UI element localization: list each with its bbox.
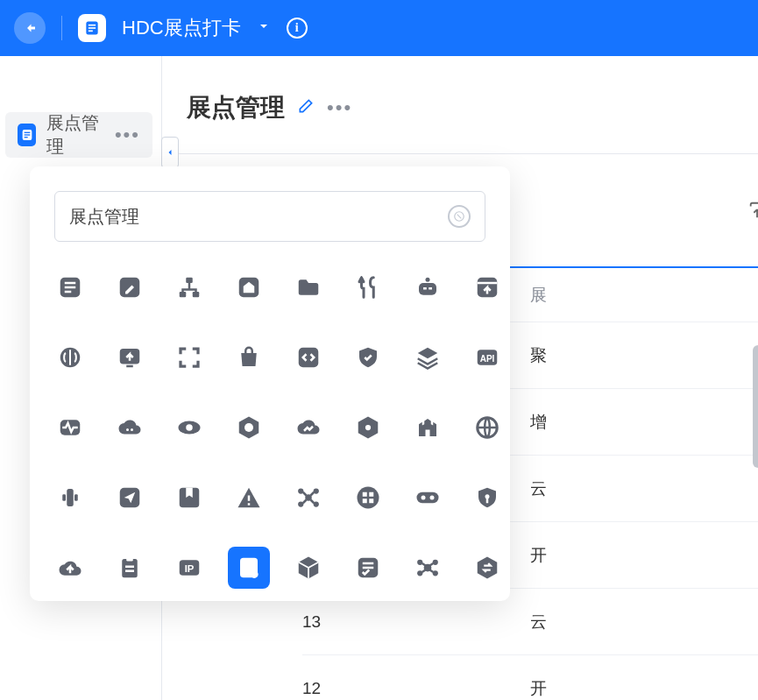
icon-option-ip[interactable]	[174, 552, 205, 583]
sidebar-item-more[interactable]: •••	[115, 131, 140, 139]
ip-icon	[176, 555, 202, 581]
app-logo	[78, 14, 106, 42]
folder-icon	[295, 274, 322, 301]
list-card-icon	[57, 274, 83, 301]
icon-option-brain[interactable]	[54, 342, 86, 373]
icon-option-hex-eye[interactable]	[352, 412, 384, 443]
edit-icon	[297, 97, 315, 115]
icon-option-cube[interactable]	[293, 552, 324, 583]
icon-option-usb[interactable]	[54, 482, 86, 513]
document-icon	[18, 124, 36, 146]
icon-option-layers[interactable]	[412, 342, 443, 373]
chevron-left-icon	[165, 147, 175, 158]
icon-option-cloud-bot[interactable]	[114, 412, 145, 443]
clear-search-button[interactable]	[448, 205, 471, 228]
hex-mask-icon	[236, 414, 262, 441]
sitemap-icon	[176, 274, 202, 301]
icon-grid	[54, 272, 485, 583]
icon-option-heartbeat[interactable]	[54, 412, 86, 443]
sidebar-item-exhibit-manage[interactable]: 展点管理 •••	[5, 112, 152, 158]
castle-icon	[414, 414, 441, 441]
svg-rect-6	[24, 134, 30, 135]
arrow-left-icon	[22, 20, 38, 36]
icon-option-molecule[interactable]	[412, 552, 443, 583]
icon-option-vr[interactable]	[412, 482, 443, 513]
cloud-up-icon	[57, 555, 83, 581]
icon-option-share-nodes[interactable]	[293, 482, 324, 513]
info-icon: i	[295, 21, 299, 35]
caret-down-icon	[257, 19, 271, 33]
shopping-bag-icon	[236, 344, 262, 371]
page-more-button[interactable]: •••	[327, 103, 352, 112]
info-button[interactable]: i	[287, 18, 308, 39]
icon-option-edit-square[interactable]	[114, 272, 145, 303]
clipboard-icon	[117, 555, 143, 581]
app-header: HDC展点打卡 i	[0, 0, 758, 56]
shield-check-icon	[355, 344, 381, 371]
cell-name: 聚	[530, 344, 758, 367]
upload-icon	[747, 201, 758, 220]
display-up-icon	[117, 344, 143, 371]
warning-icon	[236, 484, 262, 511]
icon-option-display-up[interactable]	[114, 342, 145, 373]
cell-seq: 13	[302, 612, 530, 632]
table-row[interactable]: 12开	[302, 655, 758, 700]
swap-icon	[474, 555, 500, 581]
icon-search-input[interactable]	[69, 207, 439, 227]
sidebar-item-label: 展点管理	[46, 111, 104, 159]
icon-option-home[interactable]	[233, 272, 265, 303]
icon-option-castle[interactable]	[412, 412, 443, 443]
svg-rect-3	[89, 31, 93, 32]
svg-rect-5	[24, 132, 30, 133]
back-button[interactable]	[14, 12, 46, 44]
app-switcher[interactable]	[257, 19, 271, 37]
heartbeat-icon	[57, 414, 83, 441]
vr-icon	[414, 484, 441, 511]
icon-option-shopping-bag[interactable]	[233, 342, 265, 373]
icon-option-document-plus[interactable]	[228, 547, 270, 589]
home-icon	[236, 274, 262, 301]
molecule-icon	[414, 555, 441, 581]
svg-rect-1	[89, 25, 96, 26]
column-header-name[interactable]: 展	[530, 284, 758, 307]
eye-icon	[176, 414, 202, 441]
shield-key-icon	[474, 484, 500, 511]
svg-rect-2	[89, 27, 96, 29]
edit-title-button[interactable]	[297, 97, 315, 118]
icon-option-sitemap[interactable]	[174, 272, 205, 303]
icon-search-box	[54, 191, 485, 242]
icon-option-warning[interactable]	[233, 482, 265, 513]
icon-picker-popover	[30, 166, 510, 601]
icon-option-hex-mask[interactable]	[233, 412, 265, 443]
icon-option-upload-box[interactable]	[471, 272, 503, 303]
icon-option-eye[interactable]	[174, 412, 205, 443]
icon-option-code[interactable]	[293, 342, 324, 373]
icon-option-cloud-up[interactable]	[54, 552, 86, 583]
icon-option-dashboard-grid[interactable]	[352, 482, 384, 513]
list-check-icon	[355, 555, 381, 581]
icon-option-robot[interactable]	[412, 272, 443, 303]
icon-option-list-check[interactable]	[352, 552, 384, 583]
cube-icon	[295, 555, 322, 581]
hex-eye-icon	[355, 414, 381, 441]
collapse-sidebar-button[interactable]	[161, 137, 179, 168]
icon-option-fullscreen[interactable]	[174, 342, 205, 373]
icon-option-swap[interactable]	[471, 552, 503, 583]
utensils-icon	[355, 274, 381, 301]
icon-option-shield-check[interactable]	[352, 342, 384, 373]
layers-icon	[414, 344, 441, 371]
icon-option-bookmark[interactable]	[174, 482, 205, 513]
export-button[interactable]	[747, 201, 758, 220]
icon-option-folder[interactable]	[293, 272, 324, 303]
icon-option-shield-key[interactable]	[471, 482, 503, 513]
icon-option-api[interactable]	[471, 342, 503, 373]
icon-option-list-card[interactable]	[54, 272, 86, 303]
icon-option-clipboard[interactable]	[114, 552, 145, 583]
cell-name: 云	[530, 477, 758, 500]
scrollbar[interactable]	[753, 345, 758, 468]
icon-option-globe[interactable]	[471, 412, 503, 443]
icon-option-cloud-trend[interactable]	[293, 412, 324, 443]
header-divider	[61, 16, 62, 40]
icon-option-send[interactable]	[114, 482, 145, 513]
icon-option-utensils[interactable]	[352, 272, 384, 303]
